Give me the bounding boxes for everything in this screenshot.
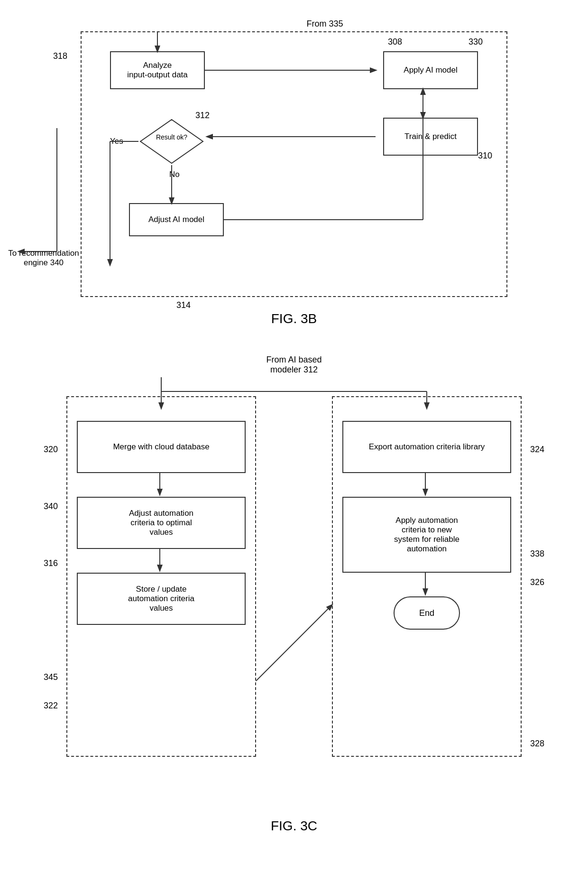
left-arrow-2 — [77, 549, 246, 573]
ref-314: 314 — [176, 300, 191, 310]
ref-340: 340 — [44, 502, 58, 511]
page-container: From 335 318 308 330 Analyze input-outpu… — [0, 0, 588, 853]
box-merge: Merge with cloud database — [77, 421, 246, 473]
right-arrow-2 — [342, 573, 511, 596]
box-adjust-ai: Adjust AI model — [129, 203, 224, 236]
right-arrow-1 — [342, 473, 511, 497]
box-adjust-auto: Adjust automation criteria to optimal va… — [77, 497, 246, 549]
ref-330: 330 — [469, 37, 483, 47]
fig3c-left-box: 320 340 316 345 322 Merge with cloud dat… — [66, 396, 256, 757]
ref-326: 326 — [530, 577, 544, 587]
ref-345: 345 — [44, 672, 58, 682]
svg-line-28 — [256, 605, 332, 681]
fig3b-title: FIG. 3B — [28, 311, 560, 326]
left-arrow-1 — [77, 473, 246, 497]
svg-marker-0 — [140, 120, 203, 163]
svg-text:Result ok?: Result ok? — [156, 133, 187, 141]
ref-322: 322 — [44, 701, 58, 711]
box-export: Export automation criteria library — [342, 421, 511, 473]
box-analyze: Analyze input-output data — [110, 51, 205, 89]
result-ok-diamond: Result ok? — [138, 118, 205, 165]
fig3c-from-label: From AI based modeler 312 — [28, 355, 560, 375]
fig3c-section: From AI based modeler 312 320 340 — [28, 355, 560, 834]
label-yes: Yes — [110, 137, 123, 146]
box-apply-auto: Apply automation criteria to new system … — [342, 497, 511, 573]
to-recommendation: To recommendation engine 340 — [6, 249, 82, 268]
box-store: Store / update automation criteria value… — [77, 573, 246, 625]
ref-310: 310 — [478, 151, 492, 161]
fig3c-title: FIG. 3C — [28, 818, 560, 834]
fig3c-layout: 320 340 316 345 322 Merge with cloud dat… — [66, 377, 522, 814]
fig3b-section: From 335 318 308 330 Analyze input-outpu… — [28, 19, 560, 326]
box-train: Train & predict — [383, 118, 478, 156]
ref-324: 324 — [530, 445, 544, 455]
ref-318: 318 — [53, 51, 67, 61]
from-335-label: From 335 — [142, 19, 507, 29]
label-no: No — [169, 170, 180, 179]
ref-316: 316 — [44, 558, 58, 568]
oval-end: End — [394, 596, 460, 630]
ref-338: 338 — [530, 549, 544, 559]
ref-328: 328 — [530, 739, 544, 749]
fig3c-right-box: 324 338 326 328 Export automation criter… — [332, 396, 522, 757]
ref-320: 320 — [44, 445, 58, 455]
ref-308: 308 — [388, 37, 402, 47]
fig3b-outer-box: 318 308 330 Analyze input-output data Ap… — [81, 31, 507, 297]
box-apply-ai: Apply AI model — [383, 51, 478, 89]
